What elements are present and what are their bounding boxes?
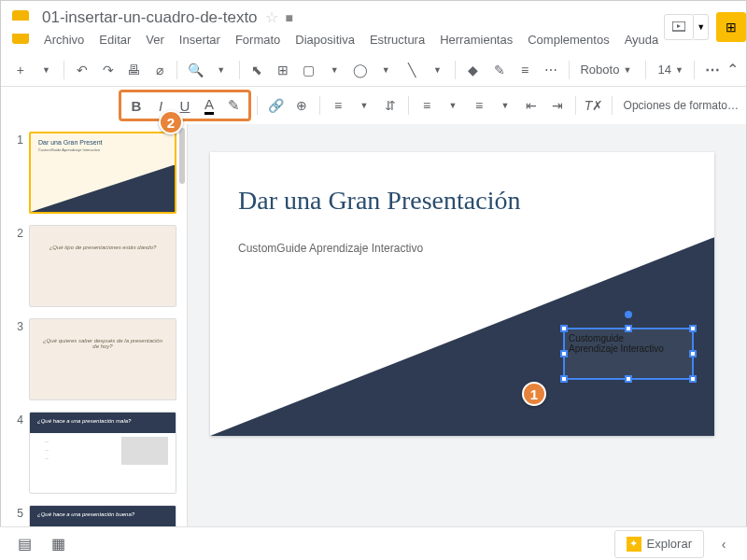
footer: ▤ ▦ ✦ Explorar ‹: [0, 526, 747, 560]
explore-button[interactable]: ✦ Explorar: [614, 530, 704, 558]
clear-format-button[interactable]: T✗: [582, 93, 606, 118]
separator: [408, 96, 409, 115]
callout-1: 1: [522, 382, 546, 406]
menu-insertar[interactable]: Insertar: [174, 31, 226, 49]
image-tool[interactable]: ▢: [297, 58, 321, 82]
thumbnail-3[interactable]: ¿Qué quieres saber después de la present…: [29, 318, 176, 400]
resize-handle-bc[interactable]: [625, 375, 632, 383]
chevron-left-icon[interactable]: ‹: [712, 532, 736, 556]
shape-dropdown[interactable]: ▼: [374, 58, 398, 82]
bulleted-dropdown[interactable]: ▼: [493, 93, 517, 118]
comment-button[interactable]: ⊕: [289, 93, 314, 118]
align-dropdown[interactable]: ▼: [352, 93, 376, 118]
menu-diapositiva[interactable]: Diapositiva: [289, 31, 360, 49]
zoom-button[interactable]: 🔍: [183, 58, 207, 82]
bold-button[interactable]: B: [125, 94, 148, 117]
slide-title[interactable]: Dar una Gran Presentación: [210, 152, 714, 225]
select-tool[interactable]: ⬉: [246, 58, 270, 82]
border-color-button[interactable]: ✎: [487, 58, 512, 82]
separator: [176, 61, 177, 79]
menu-bar: Archivo Editar Ver Insertar Formato Diap…: [38, 31, 664, 49]
textbox-tool[interactable]: ⊞: [271, 58, 295, 82]
slide-panel[interactable]: 1 Dar una Gran Present CustomGuide Apren…: [1, 124, 188, 542]
separator: [319, 96, 320, 115]
thumbnail-1[interactable]: Dar una Gran Present CustomGuide Aprendi…: [29, 132, 176, 214]
shape-tool[interactable]: ◯: [348, 58, 373, 82]
undo-button[interactable]: ↶: [70, 58, 94, 82]
highlight-button[interactable]: ✎: [222, 94, 245, 117]
border-weight-button[interactable]: ≡: [513, 58, 537, 82]
doc-title[interactable]: 01-insertar-un-cuadro-de-texto ☆ ■: [38, 7, 664, 29]
menu-estructura[interactable]: Estructura: [364, 31, 430, 49]
thumb-number: 5: [8, 505, 23, 520]
thumb-row-2[interactable]: 2 ¿Qué tipo de presentaciones estás dand…: [8, 225, 179, 307]
selected-textbox[interactable]: Customguide Aprendizaje Interactivo: [563, 328, 694, 380]
present-button[interactable]: [664, 14, 694, 40]
menu-editar[interactable]: Editar: [93, 31, 136, 49]
grid-view-button[interactable]: ▦: [45, 531, 71, 557]
thumbnail-2[interactable]: ¿Qué tipo de presentaciones estás dando?: [29, 225, 176, 307]
bulleted-list-button[interactable]: ≡: [467, 93, 491, 118]
text-color-button[interactable]: A: [198, 94, 220, 117]
separator: [645, 61, 646, 79]
separator: [569, 61, 570, 79]
line-tool[interactable]: ╲: [400, 58, 424, 82]
filmstrip-view-button[interactable]: ▤: [11, 531, 37, 557]
star-icon[interactable]: ☆: [265, 8, 278, 26]
share-button[interactable]: ⊞: [716, 12, 746, 42]
collapse-toolbar-icon[interactable]: ⌃: [726, 61, 739, 78]
resize-handle-br[interactable]: [689, 375, 697, 383]
folder-icon[interactable]: ■: [286, 10, 293, 25]
font-select[interactable]: Roboto▼: [574, 61, 640, 78]
present-dropdown[interactable]: ▼: [694, 14, 709, 40]
menu-ver[interactable]: Ver: [140, 31, 170, 49]
format-options-link[interactable]: Opciones de formato…: [624, 99, 739, 112]
indent-decrease-button[interactable]: ⇤: [519, 93, 543, 118]
scrollbar-thumb[interactable]: [179, 128, 185, 184]
menu-archivo[interactable]: Archivo: [38, 31, 90, 49]
more-tools-button[interactable]: ⋯: [700, 58, 725, 82]
menu-formato[interactable]: Formato: [230, 31, 286, 49]
resize-handle-bl[interactable]: [560, 375, 568, 383]
line-spacing-button[interactable]: ⇵: [378, 93, 402, 118]
resize-handle-tc[interactable]: [625, 325, 632, 332]
indent-increase-button[interactable]: ⇥: [545, 93, 570, 118]
thumb-row-3[interactable]: 3 ¿Qué quieres saber después de la prese…: [8, 318, 179, 400]
separator: [575, 96, 576, 115]
separator: [455, 61, 456, 79]
slide[interactable]: Dar una Gran Presentación CustomGuide Ap…: [210, 152, 714, 436]
link-button[interactable]: 🔗: [263, 93, 288, 118]
image-dropdown[interactable]: ▼: [322, 58, 346, 82]
canvas-area[interactable]: Dar una Gran Presentación CustomGuide Ap…: [188, 124, 746, 542]
line-dropdown[interactable]: ▼: [426, 58, 450, 82]
slide-subtitle[interactable]: CustomGuide Aprendizaje Interactivo: [210, 225, 714, 272]
align-button[interactable]: ≡: [326, 93, 350, 118]
resize-handle-ml[interactable]: [560, 350, 568, 357]
resize-handle-mr[interactable]: [689, 350, 697, 357]
separator: [239, 61, 240, 79]
new-slide-button[interactable]: +: [8, 58, 33, 82]
thumbnail-4[interactable]: ¿Qué hace a una presentación mala? ———: [29, 412, 176, 494]
slides-logo[interactable]: [12, 10, 29, 44]
rotate-handle[interactable]: [625, 311, 632, 318]
menu-herramientas[interactable]: Herramientas: [434, 31, 518, 49]
fill-color-button[interactable]: ◆: [461, 58, 486, 82]
callout-2: 2: [159, 110, 183, 134]
thumb-row-1[interactable]: 1 Dar una Gran Present CustomGuide Apren…: [8, 132, 179, 214]
zoom-dropdown[interactable]: ▼: [209, 58, 233, 82]
thumb-row-4[interactable]: 4 ¿Qué hace a una presentación mala? ———: [8, 412, 179, 494]
new-slide-dropdown[interactable]: ▼: [35, 58, 59, 82]
resize-handle-tl[interactable]: [560, 325, 568, 332]
resize-handle-tr[interactable]: [689, 325, 697, 332]
numbered-dropdown[interactable]: ▼: [441, 93, 465, 118]
border-dash-button[interactable]: ⋯: [539, 58, 563, 82]
print-button[interactable]: 🖶: [121, 58, 146, 82]
redo-button[interactable]: ↷: [96, 58, 120, 82]
font-size-select[interactable]: 14▼: [652, 61, 688, 78]
paint-format-button[interactable]: ⌀: [148, 58, 172, 82]
menu-complementos[interactable]: Complementos: [522, 31, 614, 49]
header: 01-insertar-un-cuadro-de-texto ☆ ■ Archi…: [1, 1, 746, 53]
menu-ayuda[interactable]: Ayuda: [619, 31, 665, 49]
numbered-list-button[interactable]: ≡: [415, 93, 439, 118]
textbox-line2: Aprendizaje Interactivo: [569, 343, 688, 354]
